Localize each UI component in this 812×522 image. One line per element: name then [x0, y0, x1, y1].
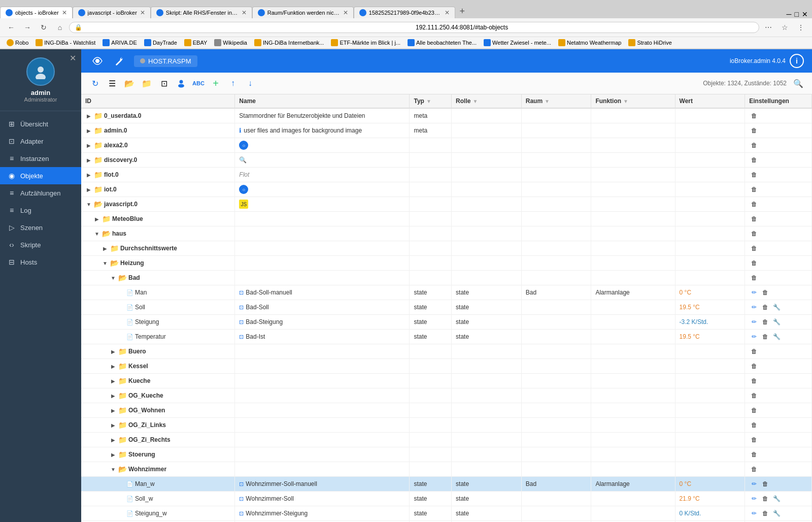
edit-button[interactable]: ✏	[749, 494, 759, 504]
home-button[interactable]: ⌂	[53, 20, 67, 35]
expand-button[interactable]: ▶	[110, 364, 117, 369]
table-row[interactable]: 📄Soll_w⊡Wohnzimmer-Sollstatestate21.9 °C…	[81, 492, 812, 506]
tab-raum[interactable]: Raum/Funktion werden nicht ... ✕	[252, 7, 354, 18]
back-button[interactable]: ←	[4, 20, 18, 35]
sidebar-item-skripte[interactable]: ‹› Skripte	[0, 236, 81, 253]
bookmark-wikipedia[interactable]: Wikipedia	[212, 38, 250, 47]
sidebar-item-adapter[interactable]: ⊡ Adapter	[0, 133, 81, 150]
edit-button[interactable]: ✏	[749, 287, 759, 298]
reload-button[interactable]: ↻	[37, 20, 51, 35]
bookmark-wetter[interactable]: Wetter Zwiesel - mete...	[481, 38, 554, 47]
sidebar-item-objekte[interactable]: ◉ Objekte	[0, 167, 81, 184]
expand-button[interactable]: ▶	[85, 157, 92, 163]
tab-close-2[interactable]: ✕	[140, 9, 145, 16]
edit-button[interactable]: ✏	[749, 479, 759, 489]
sidebar-item-aufzaehlungen[interactable]: ≡ Aufzählungen	[0, 184, 81, 202]
table-row[interactable]: ▼📂Bad🗑	[81, 271, 812, 285]
table-row[interactable]: ▶📁OG_Zi_Links🗑	[81, 418, 812, 433]
expand-button[interactable]: ▶	[110, 378, 117, 384]
folder-open-button[interactable]: 📂	[122, 76, 137, 91]
delete-button[interactable]: 🗑	[760, 508, 770, 518]
table-row[interactable]: ▶📁discovery.0🔍🗑	[81, 153, 812, 168]
delete-button[interactable]: 🗑	[749, 184, 759, 194]
tool-button[interactable]: 🔧	[771, 302, 782, 312]
table-row[interactable]: ▶📁Stoerung🗑	[81, 447, 812, 462]
delete-button[interactable]: 🗑	[749, 273, 759, 283]
tab-objects[interactable]: objects - ioBroker ✕	[0, 7, 73, 18]
bookmark-button[interactable]: ☆	[777, 20, 792, 35]
delete-button[interactable]: 🗑	[749, 405, 759, 415]
tool-button[interactable]: 🔧	[771, 494, 782, 504]
expand-button[interactable]: ▼	[101, 260, 109, 266]
expand-button[interactable]: ▶	[85, 128, 92, 134]
delete-button[interactable]: 🗑	[749, 376, 759, 386]
close-sidebar-icon[interactable]: ✕	[70, 53, 76, 63]
refresh-button[interactable]: ↻	[87, 76, 103, 91]
delete-button[interactable]: 🗑	[749, 258, 759, 268]
sidebar-item-log[interactable]: ≡ Log	[0, 202, 81, 219]
delete-button[interactable]: 🗑	[749, 420, 759, 430]
table-row[interactable]: ▼📂Wohnzimmer🗑	[81, 462, 812, 477]
expand-button[interactable]: ▶	[85, 113, 92, 119]
delete-button[interactable]: 🗑	[760, 479, 770, 489]
delete-button[interactable]: 🗑	[749, 243, 759, 253]
table-row[interactable]: ▶📁OG_Kueche🗑	[81, 388, 812, 403]
table-row[interactable]: ▶📁admin.0ℹuser files and images for back…	[81, 123, 812, 138]
menu-button[interactable]: ⋮	[794, 20, 808, 35]
expand-button[interactable]: ▶	[110, 437, 117, 443]
delete-button[interactable]: 🗑	[760, 287, 770, 298]
table-row[interactable]: ▶📁alexa2.0○🗑	[81, 138, 812, 153]
expand-button[interactable]: ▼	[85, 202, 92, 207]
wrench-icon-btn[interactable]	[112, 53, 128, 69]
delete-button[interactable]: 🗑	[749, 390, 759, 401]
table-row[interactable]: 📄Man_w⊡Wohnzimmer-Soll-manuellstatestate…	[81, 477, 812, 492]
expand-button[interactable]: ▶	[110, 393, 117, 399]
bookmark-daytrade[interactable]: DayTrade	[142, 38, 180, 47]
download-button[interactable]: ↓	[243, 76, 258, 91]
minimize-btn[interactable]: ─	[787, 10, 792, 18]
expand-button[interactable]: ▶	[101, 246, 109, 251]
expand-button[interactable]: ▶	[93, 216, 100, 222]
delete-button[interactable]: 🗑	[749, 435, 759, 445]
table-row[interactable]: ▶📁OG_Zi_Rechts🗑	[81, 433, 812, 447]
delete-button[interactable]: 🗑	[749, 155, 759, 165]
table-row[interactable]: 📄Steigung_w⊡Wohnzimmer-Steigungstatestat…	[81, 506, 812, 521]
delete-button[interactable]: 🗑	[749, 361, 759, 371]
edit-button[interactable]: ✏	[749, 508, 759, 518]
bookmark-ariva[interactable]: ARIVA.DE	[100, 38, 140, 47]
delete-button[interactable]: 🗑	[760, 317, 770, 327]
table-row[interactable]: ▶📁Buero🗑	[81, 344, 812, 359]
delete-button[interactable]: 🗑	[749, 140, 759, 150]
expand-button[interactable]: ▶	[85, 172, 92, 178]
add-button[interactable]: +	[208, 76, 223, 91]
bookmark-ingdiba2[interactable]: ING-DiBa Internetbank...	[252, 38, 326, 47]
table-row[interactable]: ▶📁Kessel🗑	[81, 359, 812, 374]
user-filter-button[interactable]	[174, 76, 189, 91]
forward-button[interactable]: →	[20, 20, 35, 35]
edit-button[interactable]: ✏	[749, 332, 759, 342]
table-row[interactable]: 📄Temperatur⊡Bad-Iststatestate19.5 °C✏🗑🔧	[81, 330, 812, 344]
abc-button[interactable]: ABC	[191, 76, 206, 91]
table-row[interactable]: ▶📁Durchschnittswerte🗑	[81, 241, 812, 256]
delete-button[interactable]: 🗑	[749, 111, 759, 121]
th-funktion[interactable]: Funktion▼	[591, 94, 675, 108]
tool-button[interactable]: 🔧	[771, 332, 782, 342]
tab-uuid[interactable]: 1582525217989-0f9e4b23-a96d-4e... ✕	[354, 7, 455, 18]
delete-button[interactable]: 🗑	[760, 332, 770, 342]
sidebar-item-szenen[interactable]: ▷ Szenen	[0, 219, 81, 236]
tab-javascript[interactable]: javascript - ioBroker ✕	[73, 7, 151, 18]
expand-button[interactable]: ▼	[110, 275, 117, 281]
bookmark-strato[interactable]: Strato HiDrive	[626, 38, 674, 47]
maximize-btn[interactable]: □	[795, 10, 799, 18]
delete-button[interactable]: 🗑	[760, 302, 770, 312]
close-btn[interactable]: ✕	[802, 10, 808, 18]
bookmark-robo[interactable]: Robo	[4, 38, 31, 47]
delete-button[interactable]: 🗑	[749, 229, 759, 239]
delete-button[interactable]: 🗑	[749, 170, 759, 180]
delete-button[interactable]: 🗑	[749, 199, 759, 209]
address-bar[interactable]: 🔒 192.111.250.44:8081/#tab-objects	[69, 22, 759, 33]
expand-button[interactable]: ▶	[110, 452, 117, 458]
bookmark-alle[interactable]: Alle beobachteten The...	[405, 38, 479, 47]
sidebar-item-uebersicht[interactable]: ⊞ Übersicht	[0, 115, 81, 133]
list-view-button[interactable]: ☰	[105, 76, 120, 91]
